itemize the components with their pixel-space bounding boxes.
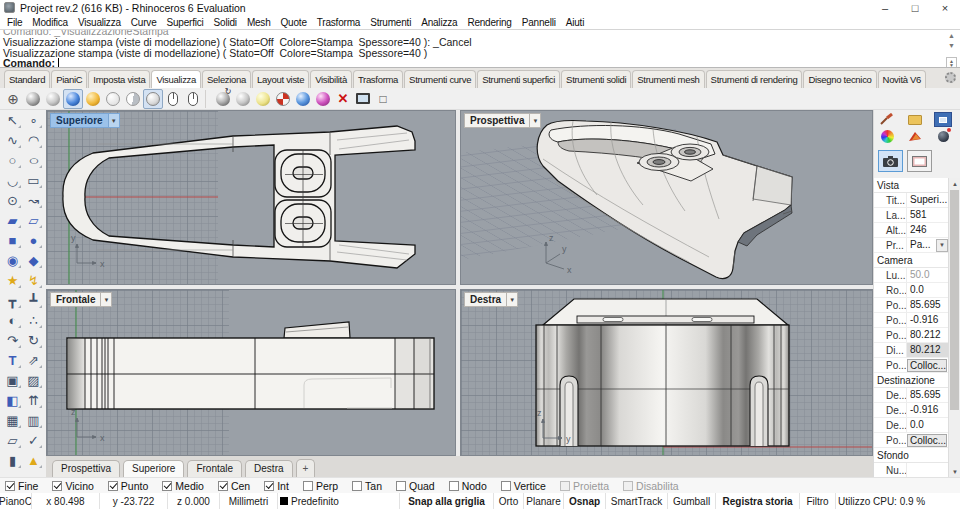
osnap-vicino[interactable]: Vicino (52, 480, 93, 492)
solid-more-icon[interactable]: ◆ (23, 250, 44, 270)
arc-icon[interactable]: ◡ (2, 170, 23, 190)
tab-strumenti-curve[interactable]: Strumenti curve (404, 70, 476, 88)
material-icon[interactable] (906, 129, 924, 144)
add-viewport-tab-button[interactable]: + (296, 459, 316, 477)
viewport-label-frontale[interactable]: Frontale▼ (50, 292, 112, 307)
viewport-frontale[interactable]: z x Frontale▼ (46, 289, 456, 456)
lightning-icon[interactable]: ↯ (23, 270, 44, 290)
array-up-icon[interactable]: ⇈ (23, 390, 44, 410)
osnap-medio[interactable]: Medio (162, 480, 204, 492)
command-prompt[interactable]: Comando: (3, 57, 59, 68)
menu-pannelli[interactable]: Pannelli (517, 17, 561, 28)
scroll-up-icon[interactable]: ▲ (946, 31, 957, 40)
rotate-arc-icon[interactable]: ↷ (2, 330, 23, 350)
blend-icon[interactable]: ◐ (2, 310, 23, 330)
sphere-blue-swoosh-icon[interactable] (293, 89, 313, 109)
tab-strumenti-mesh[interactable]: Strumenti mesh (632, 70, 704, 88)
viewport-label-superiore[interactable]: Superiore▼ (50, 113, 120, 128)
osnap-int[interactable]: Int (264, 480, 289, 492)
osnap-fine[interactable]: Fine (5, 480, 38, 492)
status-planar[interactable]: Planare (524, 493, 564, 509)
cube-outline-icon[interactable]: □ (373, 89, 393, 109)
command-spinner[interactable]: ▲▼ (946, 57, 957, 68)
viewport-canvas-destra[interactable]: z y (461, 290, 873, 456)
prop-distance-value[interactable]: 80.212 (906, 343, 949, 357)
vptab-superiore[interactable]: Superiore (123, 460, 184, 477)
xray-globe-icon[interactable] (123, 89, 143, 109)
prop-rotation-value[interactable]: 0.0 (906, 283, 949, 297)
viewport-superiore[interactable]: y x Superiore▼ (46, 110, 456, 285)
viewport-destra[interactable]: z y Destra▼ (460, 289, 873, 456)
circle-icon[interactable]: ○ (2, 150, 23, 170)
vptab-prospettiva[interactable]: Prospettiva (52, 460, 120, 477)
mouse-two-icon[interactable] (183, 89, 203, 109)
maximize-button[interactable]: □ (900, 0, 930, 15)
rendered-sphere-gold-icon[interactable] (83, 89, 103, 109)
menu-modifica[interactable]: Modifica (27, 17, 73, 28)
place-camera-button[interactable]: Colloc... (907, 359, 947, 372)
dropdown-arrow-icon[interactable]: ▼ (936, 239, 948, 252)
tab-visibilita[interactable]: Visibilità (310, 70, 352, 88)
osnap-tan[interactable]: Tan (352, 480, 382, 492)
box-2-icon[interactable]: ◧ (2, 390, 23, 410)
status-units[interactable]: Millimetri (220, 493, 278, 509)
point-icon[interactable]: ∘ (23, 110, 44, 130)
viewport-canvas-superiore[interactable]: y x (47, 111, 456, 285)
block-icon[interactable]: ▣ (2, 370, 23, 390)
vptab-destra[interactable]: Destra (245, 460, 292, 477)
group-dots-icon[interactable]: ∴ (23, 310, 44, 330)
minimize-button[interactable]: – (870, 0, 900, 15)
select-arrow-icon[interactable]: ↖ (2, 110, 23, 130)
tab-disegno-tecnico[interactable]: Disegno tecnico (803, 70, 876, 88)
check-icon[interactable]: ✓ (23, 430, 44, 450)
scroll-up-icon[interactable]: ▲ (949, 178, 960, 189)
close-button[interactable]: × (930, 0, 960, 15)
pipe-b-icon[interactable]: ┻ (23, 290, 44, 310)
osnap-proietta[interactable]: Proietta (560, 480, 609, 492)
curve-cv-icon[interactable]: ∿ (2, 130, 23, 150)
display-icon[interactable] (934, 112, 952, 127)
tab-novita-v6[interactable]: Novità V6 (878, 70, 927, 88)
gear-icon[interactable] (945, 72, 956, 83)
osnap-cen[interactable]: Cen (218, 480, 250, 492)
menu-superfici[interactable]: Superfici (162, 17, 209, 28)
menu-quote[interactable]: Quote (276, 17, 312, 28)
prop-pos-z-value[interactable]: 80.212 (906, 328, 949, 342)
prop-target-z-value[interactable]: 0.0 (906, 418, 949, 432)
panel-scrollbar[interactable]: ▲ ▼ (948, 178, 960, 477)
menu-curve[interactable]: Curve (126, 17, 162, 28)
solid-box-icon[interactable]: ■ (2, 230, 23, 250)
menu-visualizza[interactable]: Visualizza (73, 17, 126, 28)
shaded-sphere-blue-icon[interactable] (63, 89, 83, 109)
tab-pianic[interactable]: PianiC (51, 70, 87, 88)
viewport-canvas-frontale[interactable]: z x (47, 290, 456, 456)
rectangle-icon[interactable]: ▭ (23, 170, 44, 190)
prop-background-value[interactable] (906, 463, 949, 477)
tab-strumenti-solidi[interactable]: Strumenti solidi (561, 70, 631, 88)
status-filter[interactable]: Filtro (800, 493, 836, 509)
sphere-pale-yellow-icon[interactable] (253, 89, 273, 109)
prop-height-value[interactable]: 246 (906, 223, 949, 237)
prop-target-y-value[interactable]: -0.916 (906, 403, 949, 417)
status-ortho[interactable]: Orto (494, 493, 524, 509)
ghosted-globe-icon[interactable] (103, 89, 123, 109)
cylinder-icon[interactable]: ▮ (2, 450, 23, 470)
color-wheel-icon[interactable] (878, 129, 896, 144)
prop-width-value[interactable]: 581 (906, 208, 949, 222)
viewport-label-destra[interactable]: Destra▼ (464, 292, 518, 307)
scrollbar-thumb[interactable] (950, 190, 959, 410)
osnap-vertice[interactable]: Vertice (501, 480, 546, 492)
tab-seleziona[interactable]: Seleziona (202, 70, 251, 88)
array-linear-icon[interactable]: ▥ (23, 410, 44, 430)
surface-curved-icon[interactable]: ▱ (23, 210, 44, 230)
freeform-icon[interactable]: ↝ (23, 190, 44, 210)
tab-imposta-vista[interactable]: Imposta vista (88, 70, 150, 88)
viewport-label-prospettiva[interactable]: Prospettiva▼ (464, 113, 541, 128)
brush-icon[interactable] (878, 112, 896, 127)
sphere-beachball-icon[interactable] (273, 89, 293, 109)
hide-red-x-icon[interactable]: ✕ (333, 89, 353, 109)
pipe-t-icon[interactable]: ┳ (2, 290, 23, 310)
text-icon[interactable]: T (2, 350, 23, 370)
menu-aiuti[interactable]: Aiuti (561, 17, 589, 28)
camera-view-button[interactable] (878, 150, 903, 172)
